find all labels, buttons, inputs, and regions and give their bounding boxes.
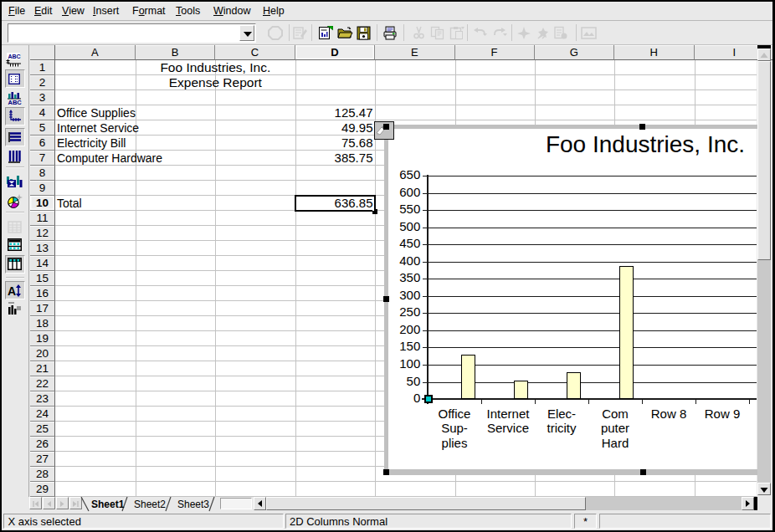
svg-text:ABC: ABC [8, 99, 23, 105]
svg-text:Sheet3: Sheet3 [177, 499, 209, 510]
svg-text:A: A [8, 284, 16, 297]
svg-text:ABC: ABC [8, 54, 21, 59]
svg-text:Sheet1: Sheet1 [91, 499, 125, 510]
svg-text:Sheet2: Sheet2 [134, 499, 166, 510]
